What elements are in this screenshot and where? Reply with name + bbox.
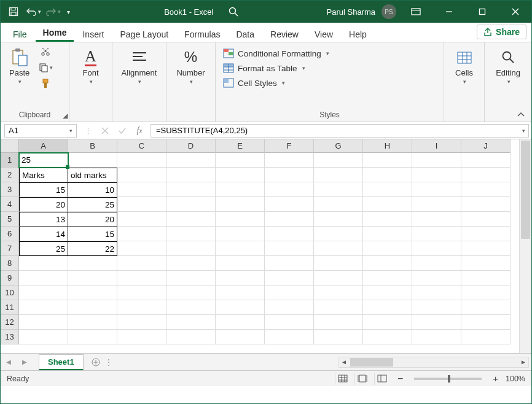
cell-I8[interactable] <box>412 256 461 271</box>
save-button[interactable] <box>4 3 23 20</box>
cell-D7[interactable] <box>166 241 216 256</box>
row-header-9[interactable]: 9 <box>1 271 19 286</box>
cell-J2[interactable] <box>461 168 510 182</box>
cell-J1[interactable] <box>461 153 510 168</box>
minimize-button[interactable] <box>436 1 463 23</box>
zoom-slider[interactable] <box>414 378 482 380</box>
cell-D1[interactable] <box>166 153 216 168</box>
cell-H5[interactable] <box>363 212 412 227</box>
row-header-1[interactable]: 1 <box>1 153 19 168</box>
cell-G5[interactable] <box>314 212 363 227</box>
accept-formula-button[interactable] <box>114 124 131 138</box>
cell-C12[interactable] <box>117 315 166 330</box>
tab-view[interactable]: View <box>307 26 340 42</box>
cell-F2[interactable] <box>265 168 314 182</box>
cell-F5[interactable] <box>265 212 314 227</box>
tab-insert[interactable]: Insert <box>75 26 111 42</box>
cell-D3[interactable] <box>166 182 216 197</box>
cell-G4[interactable] <box>314 197 363 212</box>
undo-button[interactable]: ▾ <box>24 3 42 20</box>
cell-B7[interactable]: 22 <box>68 241 117 256</box>
font-button[interactable]: A Font ▾ <box>77 45 104 87</box>
cell-C9[interactable] <box>117 271 166 286</box>
cell-F11[interactable] <box>265 300 314 315</box>
sheet-nav-next[interactable]: ► <box>18 356 31 368</box>
paste-button[interactable]: Paste ▾ <box>6 45 33 87</box>
cell-A5[interactable]: 13 <box>19 212 68 227</box>
cell-H8[interactable] <box>363 256 412 271</box>
column-header-B[interactable]: B <box>68 139 117 153</box>
cell-C7[interactable] <box>117 241 166 256</box>
expand-formula-bar[interactable]: ▾ <box>519 124 529 138</box>
cell-A9[interactable] <box>19 271 68 286</box>
cell-G9[interactable] <box>314 271 363 286</box>
cell-H10[interactable] <box>363 286 412 300</box>
cell-E5[interactable] <box>216 212 265 227</box>
hscroll-right[interactable]: ► <box>518 357 528 367</box>
row-header-10[interactable]: 10 <box>1 286 19 300</box>
cell-D8[interactable] <box>166 256 216 271</box>
cell-F1[interactable] <box>265 153 314 168</box>
cell-H4[interactable] <box>363 197 412 212</box>
cell-C1[interactable] <box>117 153 166 168</box>
cell-I12[interactable] <box>412 315 461 330</box>
number-button[interactable]: % Number ▾ <box>173 45 208 87</box>
cell-A1[interactable]: 25 <box>19 153 68 168</box>
conditional-formatting-button[interactable]: Conditional Formatting▾ <box>221 47 332 60</box>
tab-help[interactable]: Help <box>342 26 374 42</box>
cell-J13[interactable] <box>461 330 510 344</box>
cell-I2[interactable] <box>412 168 461 182</box>
column-header-H[interactable]: H <box>363 139 412 153</box>
copy-button[interactable]: ▾ <box>37 61 54 74</box>
horizontal-scrollbar[interactable]: ◄ ► <box>338 357 529 368</box>
cell-H7[interactable] <box>363 241 412 256</box>
cell-J5[interactable] <box>461 212 510 227</box>
cell-F3[interactable] <box>265 182 314 197</box>
cell-A7[interactable]: 25 <box>19 241 68 256</box>
cell-B1[interactable] <box>68 153 117 168</box>
cell-J8[interactable] <box>461 256 510 271</box>
cell-H9[interactable] <box>363 271 412 286</box>
cell-C11[interactable] <box>117 300 166 315</box>
cell-A8[interactable] <box>19 256 68 271</box>
cell-F10[interactable] <box>265 286 314 300</box>
tab-scroll-splitter[interactable]: ⋮ <box>107 357 111 368</box>
format-as-table-button[interactable]: Format as Table▾ <box>221 62 332 74</box>
cell-I6[interactable] <box>412 227 461 241</box>
cell-E8[interactable] <box>216 256 265 271</box>
cell-J11[interactable] <box>461 300 510 315</box>
cell-E4[interactable] <box>216 197 265 212</box>
cell-J3[interactable] <box>461 182 510 197</box>
cell-C5[interactable] <box>117 212 166 227</box>
tab-file[interactable]: File <box>6 26 34 42</box>
cell-B2[interactable]: old marks <box>68 168 117 182</box>
cell-D13[interactable] <box>166 330 216 344</box>
zoom-in-button[interactable]: + <box>489 373 502 384</box>
cell-H1[interactable] <box>363 153 412 168</box>
add-sheet-button[interactable] <box>88 355 103 370</box>
cell-A13[interactable] <box>19 330 68 344</box>
cell-I5[interactable] <box>412 212 461 227</box>
cell-C10[interactable] <box>117 286 166 300</box>
tab-data[interactable]: Data <box>229 26 262 42</box>
column-header-D[interactable]: D <box>166 139 216 153</box>
user-avatar[interactable]: PS <box>381 4 396 19</box>
cell-I1[interactable] <box>412 153 461 168</box>
row-header-3[interactable]: 3 <box>1 182 19 197</box>
alignment-button[interactable]: Alignment ▾ <box>118 45 161 87</box>
vertical-scroll-thumb[interactable] <box>521 141 530 239</box>
cell-B4[interactable]: 25 <box>68 197 117 212</box>
cell-I7[interactable] <box>412 241 461 256</box>
cell-B3[interactable]: 10 <box>68 182 117 197</box>
cell-D4[interactable] <box>166 197 216 212</box>
row-header-4[interactable]: 4 <box>1 197 19 212</box>
formula-input[interactable]: =SUBSTITUTE(A4,20,25) <box>151 124 519 138</box>
cell-A3[interactable]: 15 <box>19 182 68 197</box>
redo-button[interactable]: ▾ <box>44 3 62 20</box>
hscroll-left[interactable]: ◄ <box>339 357 349 367</box>
cell-B8[interactable] <box>68 256 117 271</box>
cell-G3[interactable] <box>314 182 363 197</box>
column-header-A[interactable]: A <box>19 139 68 153</box>
cell-C13[interactable] <box>117 330 166 344</box>
name-box-ellipsis[interactable]: ⋮ <box>79 124 96 138</box>
